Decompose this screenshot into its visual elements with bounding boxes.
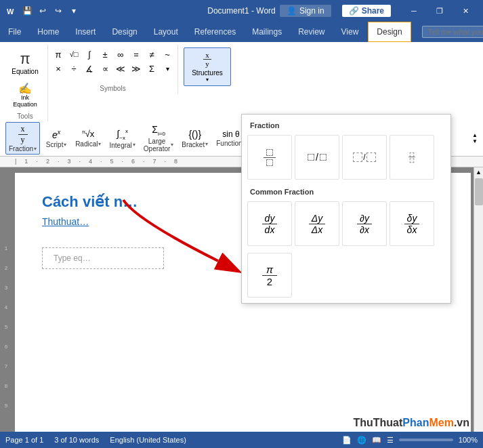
- sym-tilde[interactable]: ~: [160, 47, 175, 61]
- fraction-delta-small-y-x[interactable]: δy δx: [390, 201, 434, 246]
- radical-eq-button[interactable]: n√x Radical ▾: [72, 127, 104, 149]
- status-bar: Page 1 of 1 3 of 10 words English (Unite…: [0, 432, 483, 448]
- sym-pm[interactable]: ±: [98, 47, 112, 61]
- quick-access-toolbar: 💾 ↩ ↪ ▾: [20, 4, 81, 18]
- sym-gg[interactable]: ≫: [129, 62, 144, 75]
- fraction-popup: Fraction / /: [241, 114, 451, 304]
- close-button[interactable]: ✕: [453, 1, 478, 20]
- view-outline-button[interactable]: ☰: [387, 436, 394, 445]
- structures-group: x y Structures ▾: [178, 45, 480, 94]
- word-icon: W: [5, 5, 16, 16]
- sym-times[interactable]: ×: [51, 62, 66, 75]
- zoom-slider[interactable]: [399, 439, 453, 441]
- sym-sqrt[interactable]: √□: [66, 47, 81, 61]
- sym-ll[interactable]: ≪: [113, 62, 128, 75]
- bracket-eq-button[interactable]: {()} Bracket ▾: [179, 127, 211, 150]
- fraction-linear[interactable]: /: [342, 135, 387, 180]
- tab-equation-design[interactable]: Design: [368, 22, 411, 42]
- sym-pi[interactable]: π: [51, 47, 66, 61]
- scroll-thumb[interactable]: [475, 178, 483, 205]
- svg-text:W: W: [7, 7, 14, 16]
- page-info: Page 1 of 1: [5, 436, 43, 444]
- view-print-button[interactable]: 📄: [342, 436, 352, 445]
- fraction-small-stacked[interactable]: [390, 135, 434, 180]
- tools-group: π Equation ✍ InkEquation Tools: [3, 45, 48, 121]
- save-button[interactable]: 💾: [20, 4, 34, 18]
- integral-eq-button[interactable]: ∫−xx Integral ▾: [106, 127, 138, 150]
- fraction-partial-y-x[interactable]: ∂y ∂x: [342, 201, 387, 246]
- redo-button[interactable]: ↪: [51, 4, 65, 18]
- title-bar-left: W 💾 ↩ ↪ ▾: [5, 4, 81, 18]
- vertical-scrollbar[interactable]: ▲ ▼: [474, 167, 483, 448]
- language-indicator[interactable]: English (United States): [110, 436, 186, 444]
- tab-design[interactable]: Design: [104, 22, 145, 42]
- zoom-percentage: 100%: [459, 436, 478, 444]
- sym-angle[interactable]: ∡: [82, 62, 97, 75]
- fraction-delta-y-x[interactable]: Δy Δx: [295, 201, 339, 246]
- ribbon-tabs: File Home Insert Design Layout Reference…: [0, 22, 483, 42]
- ribbon-content: π Equation ✍ InkEquation Tools π √□ ∫ ±: [0, 42, 483, 121]
- sym-eq[interactable]: =: [129, 47, 144, 61]
- popup-row1: / /: [247, 135, 445, 180]
- scroll-up-arrow[interactable]: ▲: [476, 169, 482, 176]
- status-left: Page 1 of 1 3 of 10 words English (Unite…: [5, 436, 186, 444]
- fraction-skewed[interactable]: /: [295, 135, 339, 180]
- fraction-dy-dx[interactable]: dy dx: [247, 201, 292, 246]
- tab-file[interactable]: File: [0, 22, 29, 42]
- document-title: Document1 - Word: [207, 6, 275, 16]
- restore-button[interactable]: ❐: [427, 1, 452, 20]
- symbols-label: Symbols: [100, 83, 125, 92]
- toolbar-scroll-down[interactable]: ▼: [472, 138, 478, 144]
- sym-div[interactable]: ÷: [66, 62, 81, 75]
- title-bar: W 💾 ↩ ↪ ▾ Document1 - Word 👤 Sign in 🔗 S…: [0, 0, 483, 22]
- tab-review[interactable]: Review: [290, 22, 333, 42]
- sym-sigma[interactable]: Σ: [144, 62, 159, 75]
- tab-home[interactable]: Home: [29, 22, 67, 42]
- title-bar-right: 👤 Sign in 🔗 Share ─ ❐ ✕: [280, 1, 478, 20]
- sym-inf[interactable]: ∞: [113, 47, 128, 61]
- script-eq-button[interactable]: ex Script ▾: [43, 127, 70, 150]
- share-button[interactable]: 🔗 Share: [342, 5, 391, 17]
- fraction-pi-2-row: π 2: [247, 253, 445, 298]
- sign-in-button[interactable]: 👤 Sign in: [280, 5, 331, 17]
- tools-items: π Equation ✍ InkEquation: [8, 47, 42, 111]
- undo-button[interactable]: ↩: [36, 4, 49, 18]
- tab-layout[interactable]: Layout: [146, 22, 186, 42]
- person-icon: 👤: [287, 6, 297, 16]
- equation-placeholder[interactable]: Type eq…: [54, 253, 91, 263]
- tab-mailings[interactable]: Mailings: [244, 22, 290, 42]
- large-operator-eq-button[interactable]: Σi=0 LargeOperator ▾: [141, 123, 176, 154]
- customize-qa-button[interactable]: ▾: [67, 4, 81, 18]
- sym-neq[interactable]: ≠: [144, 47, 159, 61]
- tab-insert[interactable]: Insert: [67, 22, 104, 42]
- view-web-button[interactable]: 🌐: [357, 436, 366, 445]
- fraction-stacked-dotted[interactable]: [247, 135, 292, 180]
- equation-button[interactable]: π Equation: [8, 47, 42, 78]
- share-icon: 🔗: [349, 6, 359, 16]
- popup-title: Fraction: [247, 120, 445, 131]
- fraction-pi-2[interactable]: π 2: [247, 253, 292, 298]
- ink-equation-button[interactable]: ✍ InkEquation: [8, 79, 42, 111]
- structures-button[interactable]: x y Structures ▾: [184, 47, 231, 86]
- sym-int[interactable]: ∫: [82, 47, 97, 61]
- view-read-button[interactable]: 📖: [372, 436, 381, 445]
- minimize-button[interactable]: ─: [402, 1, 426, 20]
- status-right: 📄 🌐 📖 ☰ 100%: [342, 436, 478, 445]
- sym-more-arrow[interactable]: ▾: [160, 62, 175, 75]
- fraction-eq-button[interactable]: x y Fraction ▾: [5, 122, 40, 155]
- window-controls: ─ ❐ ✕: [402, 1, 478, 20]
- tab-view[interactable]: View: [333, 22, 367, 42]
- tell-me-input[interactable]: [422, 26, 483, 38]
- word-count: 3 of 10 words: [54, 436, 99, 444]
- common-fraction-grid: dy dx Δy Δx ∂y ∂x δy δx: [247, 201, 445, 246]
- tab-references[interactable]: References: [186, 22, 244, 42]
- common-fraction-title: Common Fraction: [247, 186, 445, 197]
- sym-prop[interactable]: ∝: [98, 62, 112, 75]
- toolbar-scroll-up[interactable]: ▲: [472, 132, 478, 138]
- symbols-group: π √□ ∫ ± ∞ = ≠ ~ × ÷ ∡ ∝ ≪ ≫ Σ: [48, 45, 178, 94]
- tools-label: Tools: [17, 111, 33, 120]
